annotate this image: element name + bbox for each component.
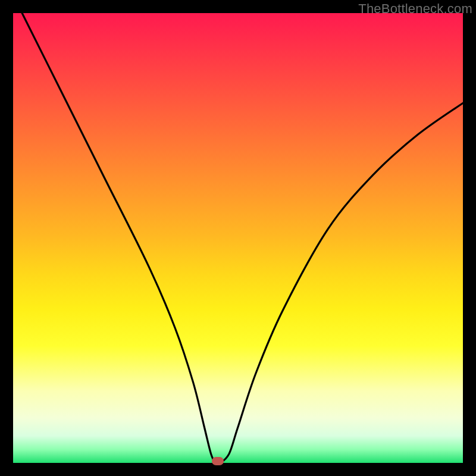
plot-area — [13, 13, 463, 463]
watermark-text: TheBottleneck.com — [358, 1, 472, 17]
bottleneck-marker — [212, 457, 224, 465]
bottleneck-curve — [13, 13, 463, 463]
chart-frame: TheBottleneck.com — [0, 0, 476, 476]
